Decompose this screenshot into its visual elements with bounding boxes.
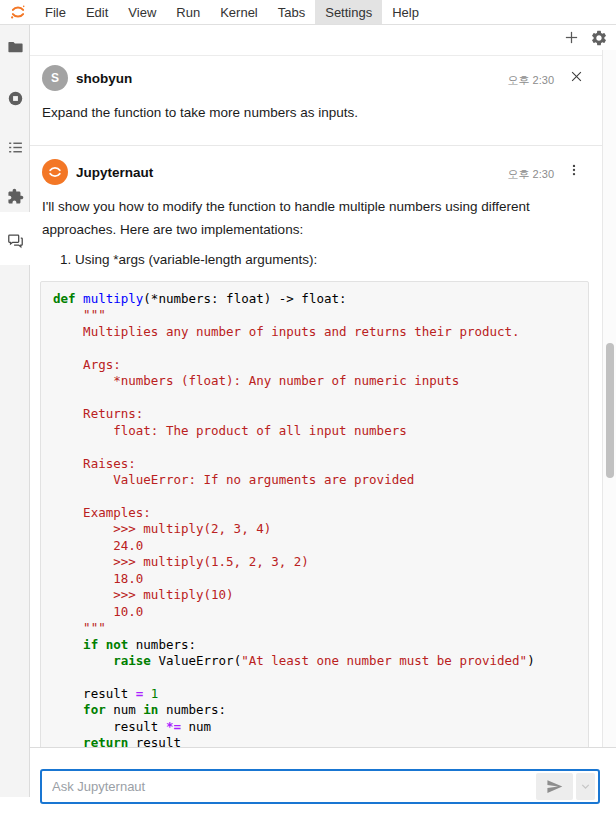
menu-run[interactable]: Run bbox=[166, 0, 210, 24]
add-chat-button[interactable] bbox=[564, 30, 579, 45]
chat-footer bbox=[30, 747, 616, 823]
jupyter-logo bbox=[0, 0, 35, 24]
message-timestamp: 오후 2:30 bbox=[508, 73, 554, 88]
kebab-menu-icon[interactable] bbox=[567, 161, 581, 183]
chat-icon[interactable] bbox=[7, 232, 24, 249]
message-timestamp: 오후 2:30 bbox=[508, 167, 554, 182]
sidebar-bottom-segment bbox=[0, 265, 30, 797]
message-divider bbox=[30, 145, 602, 146]
left-sidebar bbox=[0, 25, 30, 823]
code-block[interactable]: def multiply(*numbers: float) -> float: … bbox=[40, 281, 589, 747]
settings-gear-icon[interactable] bbox=[590, 29, 608, 47]
extension-manager-icon[interactable] bbox=[7, 188, 24, 205]
avatar-letter: S bbox=[51, 71, 59, 85]
running-kernels-icon[interactable] bbox=[7, 90, 24, 107]
menu-help[interactable]: Help bbox=[382, 0, 429, 24]
menubar: File Edit View Run Kernel Tabs Settings … bbox=[0, 0, 616, 25]
chat-message-list[interactable]: S shobyun 오후 2:30 Expand the function to… bbox=[30, 55, 602, 747]
message-text: I'll show you how to modify the function… bbox=[42, 195, 598, 241]
scrollbar-track[interactable] bbox=[602, 50, 616, 747]
ordered-list-item: 1. Using *args (variable-length argument… bbox=[60, 248, 317, 271]
close-icon[interactable] bbox=[569, 69, 584, 88]
menu-view[interactable]: View bbox=[118, 0, 166, 24]
menu-edit[interactable]: Edit bbox=[76, 0, 118, 24]
send-options-dropdown[interactable] bbox=[576, 773, 595, 800]
file-browser-icon[interactable] bbox=[7, 38, 24, 55]
ask-jupyternaut-input[interactable] bbox=[42, 779, 536, 794]
scrollbar-thumb[interactable] bbox=[606, 343, 614, 478]
message-author: shobyun bbox=[76, 71, 132, 86]
table-of-contents-icon[interactable] bbox=[7, 139, 24, 156]
jupyterlab-window: File Edit View Run Kernel Tabs Settings … bbox=[0, 0, 616, 823]
menu-tabs[interactable]: Tabs bbox=[268, 0, 315, 24]
menu-kernel[interactable]: Kernel bbox=[210, 0, 268, 24]
jupyternaut-avatar bbox=[42, 159, 68, 185]
send-button[interactable] bbox=[536, 773, 573, 800]
prompt-box bbox=[40, 769, 600, 804]
menu-settings[interactable]: Settings bbox=[315, 0, 382, 24]
menu-file[interactable]: File bbox=[35, 0, 76, 24]
message-author: Jupyternaut bbox=[76, 165, 153, 180]
avatar: S bbox=[42, 65, 68, 91]
message-text: Expand the function to take more numbers… bbox=[42, 101, 358, 124]
